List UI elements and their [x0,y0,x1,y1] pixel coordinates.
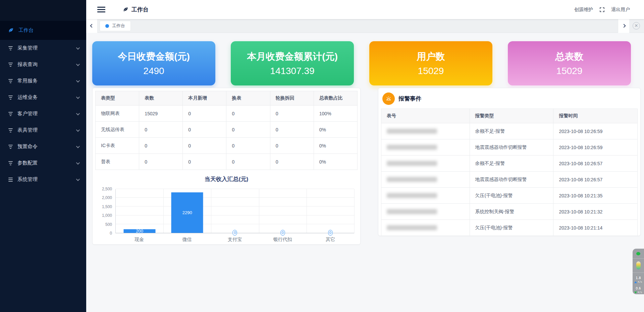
table-cell: 0% [314,138,357,154]
table-cell: 0 [226,138,270,154]
download-speed-value: 0.6 [636,286,641,291]
tab-scroll-left-button[interactable] [86,19,98,33]
alarm-type-cell: 地震震感器动作切断报警 [470,172,553,188]
alarm-siren-icon [382,92,395,105]
sidebar-item-4[interactable]: 客户管理 [0,106,86,122]
y-tick-label: 1,500 [102,204,112,209]
signal-level-icon [636,261,641,269]
table-row: 欠压(干电池)-报警2023-10-08 10:21:35 [381,188,638,204]
x-category-label: 现金 [115,237,163,243]
collapse-menu-icon[interactable] [97,7,105,12]
table-row: 物联网表15029000100% [96,106,358,122]
sidebar-item-1[interactable]: 报表查询 [0,56,86,73]
sidebar-item-workbench[interactable]: 工作台 [0,21,86,40]
bar-微信: 2290 [163,189,211,233]
table-cell: 普表 [96,154,139,170]
logout-button[interactable]: 退出用户 [611,7,630,13]
sidebar-item-label: 参数配置 [17,160,76,166]
stat-card-1: 本月收费金额累计(元)141307.39 [231,41,354,85]
chevron-down-icon [76,144,80,148]
sidebar-item-3[interactable]: 运维业务 [0,89,86,106]
sidebar-item-7[interactable]: 参数配置 [0,155,86,171]
table-row: 普表00000% [96,154,358,170]
stat-card-0: 今日收费金额(元)2490 [92,41,215,85]
alarm-time-cell: 2023-10-08 10:21:35 [553,188,638,204]
table-cell: 0 [226,122,270,138]
close-all-tabs-button[interactable]: ✕ [633,22,640,29]
table-cell: 无线远传表 [96,122,139,138]
tab-bar: 工作台 ✕ [86,19,644,33]
alarm-panel-title: 报警事件 [398,95,421,103]
y-tick-label: 1,000 [102,213,112,218]
sidebar-item-0[interactable]: 采集管理 [0,40,86,56]
chevron-down-icon [76,111,80,115]
blurred-meter-number [387,145,437,150]
alarm-type-cell: 系统控制关阀-报警 [470,204,553,220]
meter-number-cell [381,155,470,172]
sidebar-item-6[interactable]: 预置命令 [0,138,86,155]
alarm-table-header: 报警时间 [553,109,638,123]
stat-card-title: 用户数 [417,50,445,63]
blurred-meter-number [387,225,437,230]
blurred-meter-number [387,161,437,166]
filter-icon [8,46,13,50]
table-row: 地震震感器动作切断报警2023-10-08 10:26:57 [381,172,638,188]
upload-speed-value: 1.8 [636,276,641,280]
sidebar-item-label: 常用服务 [17,78,76,84]
download-speed-unit: K/s [638,291,642,294]
network-monitor-widget[interactable]: 1.8 K/s 0.6 K/s [633,249,644,294]
meter-type-table: 表类型表数本月新增换表轮换拆回总表数占比 物联网表15029000100%无线远… [95,91,358,170]
stat-card-title: 本月收费金额累计(元) [247,50,338,63]
chevron-down-icon [76,78,80,82]
meter-table-header: 换表 [226,91,270,106]
table-cell: 0% [314,154,357,170]
table-row: 余额不足-报警2023-10-08 10:26:59 [381,123,638,139]
chevron-down-icon [76,161,80,164]
sidebar-logo-area [0,0,86,21]
chevron-down-icon [76,128,80,131]
filter-icon [8,145,13,149]
org-name-link[interactable]: 创源维护 [574,7,593,13]
table-cell: 0 [139,154,183,170]
stat-cards-row: 今日收费金额(元)2490本月收费金额累计(元)141307.39用户数1502… [92,41,644,85]
table-cell: IC卡表 [96,138,139,154]
bar-银行代扣: 0 [259,189,307,233]
meter-summary-panel: 表类型表数本月新增换表轮换拆回总表数占比 物联网表15029000100%无线远… [92,88,361,245]
page-title-text: 工作台 [131,6,149,13]
sidebar-item-label: 报表查询 [17,61,76,68]
chevron-down-icon [76,95,80,99]
stat-card-value: 141307.39 [270,66,314,76]
meter-table-header: 表类型 [96,91,139,106]
stat-card-2: 用户数15029 [369,41,492,85]
chevron-left-icon [90,24,94,27]
alarm-type-cell: 地震震感器动作切断报警 [470,139,553,155]
blurred-meter-number [387,177,437,182]
table-cell: 0 [270,154,314,170]
alarm-type-cell: 余额不足-报警 [470,155,553,172]
bar-zero-label: 0 [280,230,285,236]
alarm-table-header: 报警类型 [470,109,553,123]
income-bar-chart: 05001,0001,5002,0002,500 2002290000 [95,189,358,233]
sidebar-item-5[interactable]: 表具管理 [0,122,86,138]
blurred-meter-number [387,209,437,214]
tab-workbench[interactable]: 工作台 [100,21,131,31]
y-tick-label: 500 [105,222,112,227]
sidebar-item-8[interactable]: 系统管理 [0,171,86,188]
alarm-time-cell: 2023-10-08 10:26:59 [553,123,638,139]
alarm-type-cell: 欠压(干电池)-报警 [470,220,553,236]
sidebar-item-label: 预置命令 [17,143,76,150]
fullscreen-icon[interactable] [599,7,605,13]
meter-number-cell [381,139,470,155]
tab-scroll-right-button[interactable] [618,19,629,33]
table-cell: 0 [183,138,226,154]
blurred-meter-number [387,193,437,198]
alarm-time-cell: 2023-10-08 10:21:14 [553,220,638,236]
content-area: 今日收费金额(元)2490本月收费金额累计(元)141307.39用户数1502… [86,33,644,312]
y-tick-label: 2,500 [102,187,112,191]
tab-label: 工作台 [112,23,125,29]
sidebar-item-2[interactable]: 常用服务 [0,73,86,89]
table-cell: 物联网表 [96,106,139,122]
alarm-type-cell: 欠压(干电池)-报警 [470,188,553,204]
table-row: 无线远传表00000% [96,122,358,138]
table-cell: 0 [139,122,183,138]
